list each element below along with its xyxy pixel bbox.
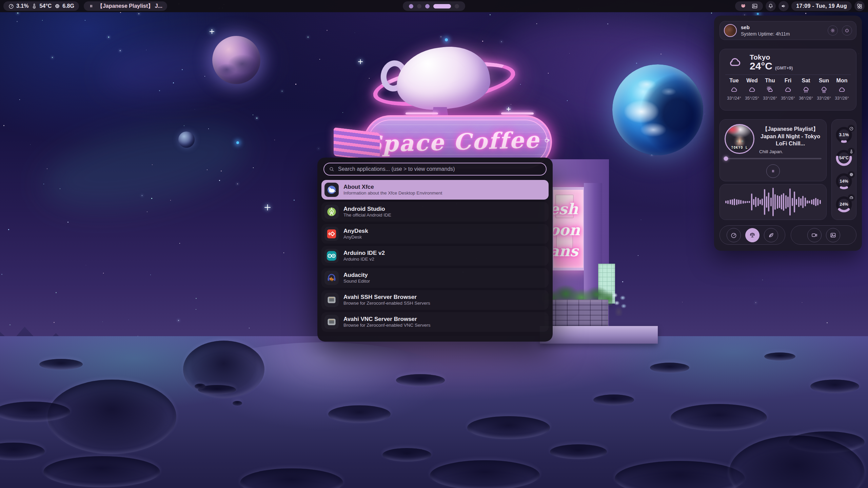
- cat-icon: [740, 3, 747, 9]
- viz-bar: [817, 199, 818, 205]
- viz-bar: [743, 201, 744, 204]
- volume-button[interactable]: [778, 1, 789, 11]
- window-neon-text: esh oon ans: [551, 199, 580, 262]
- gauge-chip: 14%: [835, 172, 853, 190]
- viz-bar: [770, 198, 772, 206]
- search-bar[interactable]: [323, 163, 547, 176]
- viz-bar: [749, 201, 750, 203]
- forecast-temps: 33°/26°: [835, 96, 849, 101]
- system-stats-pill[interactable]: 3.1%54°C6.8G: [3, 1, 79, 11]
- app-row-audacity[interactable]: AudacitySound Editor: [321, 268, 549, 288]
- notifications-button[interactable]: [766, 1, 776, 11]
- app-description: The official Android IDE: [343, 213, 391, 218]
- app-name: Avahi VNC Server Browser: [343, 316, 431, 322]
- system-tray[interactable]: [735, 1, 763, 11]
- media-progress-bar[interactable]: [725, 158, 822, 159]
- audio-visualizer-card: [719, 184, 827, 220]
- forecast-temps: 33°/26°: [763, 96, 777, 101]
- quick-settings-group-left: [719, 225, 785, 245]
- viz-bar: [787, 197, 789, 207]
- tray-cat-icon[interactable]: [740, 3, 747, 9]
- chip-icon: [54, 3, 60, 9]
- cloud-icon: [837, 86, 846, 94]
- sun-cloud-icon: [766, 86, 774, 94]
- viz-bar: [762, 199, 763, 205]
- tray-image-icon[interactable]: [751, 3, 758, 9]
- power-icon: [844, 28, 850, 33]
- coffee-cup-icon: [544, 132, 550, 147]
- app-description: Browse for Zeroconf-enabled SSH Servers: [343, 301, 430, 306]
- speedometer-quick-button[interactable]: [727, 228, 741, 242]
- app-description: Browse for Zeroconf-enabled VNC Servers: [343, 323, 431, 328]
- app-name: Avahi SSH Server Browser: [343, 294, 430, 300]
- forecast-thu: Thu33°/26°: [761, 78, 779, 101]
- chip-icon: [849, 165, 854, 184]
- speedometer-icon: [849, 119, 854, 138]
- forecast-day: Fri: [785, 78, 791, 84]
- star-sparkle: [264, 204, 271, 210]
- app-description: Sound Editor: [343, 279, 370, 284]
- viz-bar: [774, 194, 776, 210]
- storm-icon: [820, 86, 828, 94]
- star-sparkle: [358, 59, 363, 64]
- pause-button[interactable]: [766, 164, 780, 178]
- photo-quick-button[interactable]: [826, 228, 840, 242]
- workspace-dot-1-occupied[interactable]: [409, 4, 413, 8]
- app-row-android-studio[interactable]: Android StudioThe official Android IDE: [321, 202, 549, 222]
- forecast-day: Sun: [819, 78, 829, 84]
- weather-temp: 24°C: [750, 61, 772, 71]
- clock[interactable]: 17:09 - Tue, 19 Aug: [791, 1, 852, 11]
- settings-button[interactable]: [828, 25, 838, 36]
- viz-bar: [820, 200, 821, 204]
- avatar[interactable]: [724, 24, 737, 37]
- app-list: About XfceInformation about the Xfce Des…: [321, 180, 549, 332]
- viz-bar: [807, 200, 808, 204]
- viz-bar: [789, 188, 791, 216]
- app-row-avahi-ssh-server-browser[interactable]: Avahi SSH Server BrowserBrowse for Zeroc…: [321, 290, 549, 310]
- weather-forecast: Tue33°/24°Wed35°/25°Thu33°/26°Fri35°/26°…: [725, 78, 851, 101]
- forecast-day: Mon: [836, 78, 848, 84]
- gauge-speedometer: 3.1%: [835, 126, 853, 144]
- viz-bar: [753, 199, 754, 205]
- user-card: seb System Uptime: 4h11m: [719, 21, 856, 40]
- viz-bar: [725, 201, 727, 203]
- progress-knob[interactable]: [724, 156, 728, 161]
- app-row-anydesk[interactable]: AnyDeskAnyDesk: [321, 224, 549, 244]
- leaf-icon: [768, 232, 774, 239]
- system-uptime: System Uptime: 4h11m: [741, 31, 824, 37]
- workspace-dot-5-empty[interactable]: [455, 4, 459, 8]
- speaker-icon: [781, 3, 787, 9]
- speedometer-icon: [8, 3, 14, 9]
- media-pill[interactable]: 【Japanese Playlist】 J...: [84, 1, 167, 11]
- system-gauges-card: 3.1%54°C14%24%: [831, 119, 856, 220]
- power-button[interactable]: [842, 25, 852, 36]
- media-pill-label: 【Japanese Playlist】 J...: [97, 3, 162, 10]
- workspace-dot-2-empty[interactable]: [417, 4, 421, 8]
- scales-quick-button[interactable]: [745, 228, 760, 242]
- workspace-switcher[interactable]: [403, 1, 465, 11]
- chip-icon: [848, 171, 855, 178]
- overview-button[interactable]: [854, 1, 865, 11]
- gauge-disk: 24%: [835, 195, 853, 214]
- media-subtitle: Chill Japan.: [759, 149, 822, 154]
- album-art[interactable]: TOKYO L: [725, 124, 754, 154]
- viz-bar: [800, 198, 802, 206]
- app-row-arduino-ide-v2[interactable]: Arduino IDE v2Arduino IDE v2: [321, 246, 549, 266]
- viz-bar: [745, 201, 746, 203]
- cafe-window: esh oon ans: [551, 187, 586, 270]
- camera-quick-button[interactable]: [807, 228, 822, 242]
- forecast-day: Sat: [802, 78, 810, 84]
- viz-bar: [792, 198, 793, 206]
- image-icon: [751, 3, 758, 9]
- workspace-dot-3-occupied[interactable]: [425, 4, 430, 8]
- workspace-dot-4-active[interactable]: [433, 4, 451, 8]
- weather-timezone: (GMT+9): [775, 65, 793, 70]
- forecast-mon: Mon33°/26°: [833, 78, 851, 101]
- app-row-about-xfce[interactable]: About XfceInformation about the Xfce Des…: [321, 180, 549, 200]
- app-row-avahi-vnc-server-browser[interactable]: Avahi VNC Server BrowserBrowse for Zeroc…: [321, 312, 549, 332]
- anydesk-app-icon: [324, 227, 339, 241]
- leaf-quick-button[interactable]: [764, 228, 778, 242]
- search-input[interactable]: [338, 166, 541, 172]
- viz-bar: [751, 194, 752, 210]
- viz-bar: [766, 196, 767, 208]
